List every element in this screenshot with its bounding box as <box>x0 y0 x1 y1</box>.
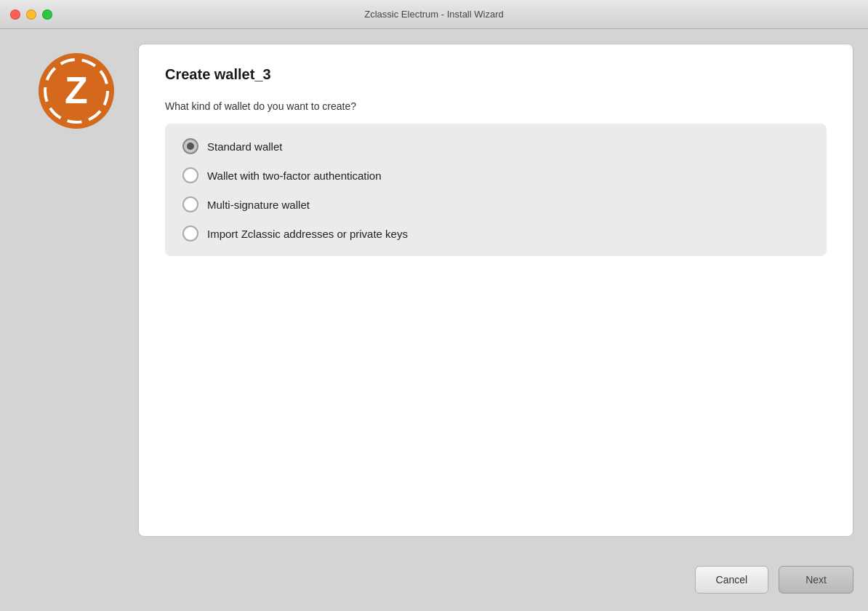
option-standard[interactable]: Standard wallet <box>182 138 809 154</box>
radio-standard-dot <box>187 143 194 150</box>
panel-title: Create wallet_3 <box>165 66 827 83</box>
close-button[interactable] <box>10 9 20 20</box>
logo-area: Z <box>15 44 138 537</box>
option-standard-label: Standard wallet <box>207 140 282 153</box>
window-title: Zclassic Electrum - Install Wizard <box>364 9 503 20</box>
radio-import[interactable] <box>182 225 198 241</box>
maximize-button[interactable] <box>42 9 52 20</box>
option-multisig-label: Multi-signature wallet <box>207 199 310 211</box>
cancel-button[interactable]: Cancel <box>695 566 769 594</box>
button-area: Cancel Next <box>0 551 868 611</box>
minimize-button[interactable] <box>26 9 36 20</box>
option-two-factor-label: Wallet with two-factor authentication <box>207 169 382 182</box>
zclassic-logo: Z <box>36 51 116 131</box>
window-controls <box>10 9 52 20</box>
wallet-options-box: Standard wallet Wallet with two-factor a… <box>165 124 827 256</box>
option-import-label: Import Zclassic addresses or private key… <box>207 228 408 240</box>
option-import[interactable]: Import Zclassic addresses or private key… <box>182 225 809 241</box>
main-area: Z Create wallet_3 What kind of wallet do… <box>0 29 868 551</box>
svg-text:Z: Z <box>65 69 88 111</box>
next-button[interactable]: Next <box>779 566 853 594</box>
radio-two-factor[interactable] <box>182 167 198 183</box>
question-label: What kind of wallet do you want to creat… <box>165 100 827 112</box>
radio-standard[interactable] <box>182 138 198 154</box>
option-multisig[interactable]: Multi-signature wallet <box>182 196 809 212</box>
radio-multisig[interactable] <box>182 196 198 212</box>
option-two-factor[interactable]: Wallet with two-factor authentication <box>182 167 809 183</box>
title-bar: Zclassic Electrum - Install Wizard <box>0 0 868 29</box>
content-panel: Create wallet_3 What kind of wallet do y… <box>138 44 853 537</box>
